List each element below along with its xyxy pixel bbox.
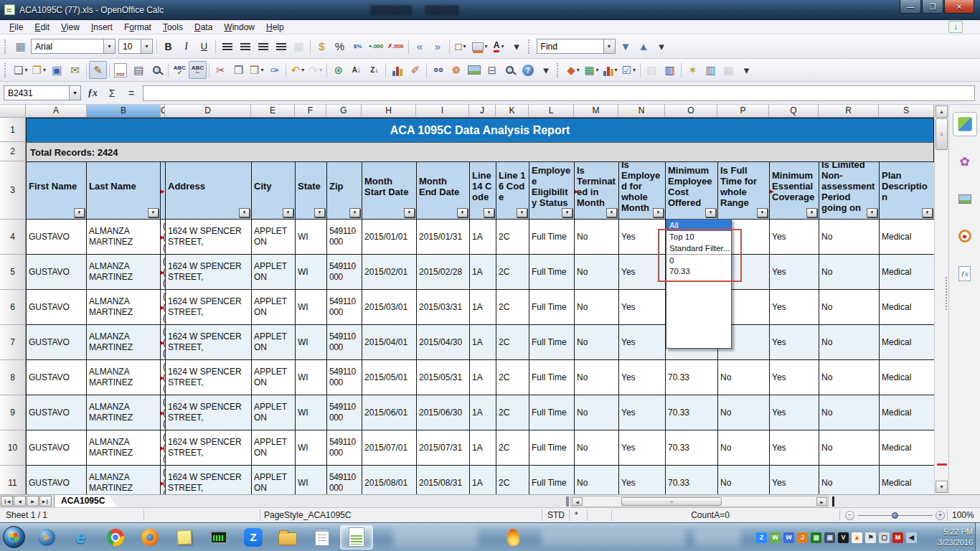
find-input[interactable]: Find▼ [537,39,616,54]
cell-I7[interactable]: 2015/04/30 [417,325,470,360]
cell-C11[interactable]: ( ( (▶ [161,466,166,494]
field-header-is-full-time-for-whole-range[interactable]: Is Full Time for whole Range▼ [718,161,770,220]
background-color-icon[interactable]: ▾ [470,37,490,55]
cell-A6[interactable]: GUSTAVO [26,290,87,325]
row-header-3[interactable]: 3 [0,161,26,220]
cell-E5[interactable]: APPLETON [252,255,296,290]
autofilter-button-E[interactable]: ▼ [283,208,293,217]
cell-B11[interactable]: ALMANZA MARTINEZ [87,466,161,494]
scroll-left-icon[interactable]: ◀ [572,497,583,506]
column-header-P[interactable]: P [717,105,769,118]
find-replace-icon[interactable]: ⊙⊙ [429,61,447,79]
autofilter-button-Q[interactable]: ▼ [806,208,817,217]
cell-N8[interactable]: Yes [619,360,666,395]
cell-N10[interactable]: Yes [619,430,666,466]
cell-B6[interactable]: ALMANZA MARTINEZ [87,290,161,325]
hyperlink-icon[interactable]: ⊛ [329,61,347,79]
cell-D6[interactable]: 1624 W SPENCER STREET, [166,290,252,325]
cell-R4[interactable]: No [819,220,880,255]
field-header-first-name[interactable]: First Name▼ [26,161,87,220]
insert-cells-icon[interactable]: ▦▾ [582,61,600,79]
form-controls-icon[interactable]: ☑▾ [620,61,638,79]
sticky-notes-icon-button[interactable] [168,525,201,550]
cell-C8[interactable]: ( ( (▶ [161,360,166,395]
autofilter-button-K[interactable]: ▼ [517,208,527,217]
cell-J8[interactable]: 1A [470,360,496,395]
field-header-month-end-date[interactable]: Month End Date▼ [417,161,470,220]
webroot-icon[interactable]: W [770,532,781,543]
cell-P10[interactable]: No [718,430,770,466]
sum-icon[interactable]: Σ [104,85,120,101]
cell-F10[interactable]: WI [296,430,327,466]
close-button[interactable]: ✕ [944,0,974,14]
cell-E7[interactable]: APPLETON [252,325,296,360]
copy-icon[interactable]: ❐ [230,61,248,79]
virtualbox-icon[interactable]: V [838,532,849,543]
cell-A7[interactable]: GUSTAVO [26,325,87,360]
cell-O9[interactable]: 70.33 [666,395,718,430]
align-justify-icon[interactable] [272,37,290,55]
cell-S10[interactable]: Medical [880,430,935,466]
standard-format-icon[interactable]: $% [349,37,367,55]
scroll-down-icon[interactable]: ▼ [936,481,948,493]
taskbar-clock[interactable]: 5:22 PM 3/23/2016 [938,527,973,548]
export-pdf-icon[interactable]: PDF [112,61,130,79]
cell-H7[interactable]: 2015/04/01 [362,325,417,360]
safety-flag-icon[interactable]: ⚑ [865,532,876,543]
cell-R9[interactable]: No [819,395,880,430]
menu-item-view[interactable]: View [55,21,85,34]
underline-icon[interactable]: U [195,37,213,55]
cell-K9[interactable]: 2C [496,395,529,430]
chevron-down-icon[interactable]: ▼ [69,86,80,100]
increase-indent-icon[interactable]: » [429,37,447,55]
column-header-N[interactable]: N [618,105,665,118]
cell-H9[interactable]: 2015/06/01 [362,395,417,430]
cell-P11[interactable]: No [718,466,770,494]
file-explorer-icon-button[interactable] [271,525,304,550]
cell-Q7[interactable]: Yes [770,325,819,360]
autofilter-button-F[interactable]: ▼ [314,208,325,217]
autopilot-icon[interactable]: ✶ [684,61,702,79]
cell-F9[interactable]: WI [296,395,327,430]
row-header-11[interactable]: 11 [0,466,26,494]
cell-R11[interactable]: No [819,466,880,494]
flame-app-icon-button[interactable] [496,525,529,550]
cell-K6[interactable]: 2C [496,290,529,325]
row-header-9[interactable]: 9 [0,395,26,430]
autofilter-button-O[interactable]: ▼ [705,208,716,217]
column-header-S[interactable]: S [879,105,934,118]
column-header-B[interactable]: B [87,105,161,118]
toolbar-grip[interactable] [528,39,533,54]
field-header-is-limited-non-assessment-period[interactable]: Is Limited Non-assessment Period going o… [819,161,880,220]
styles-icon[interactable]: ✿ [953,149,977,174]
last-sheet-icon[interactable]: ▶❙ [39,496,52,507]
cell-R10[interactable]: No [819,430,880,466]
cell-L10[interactable]: Full Time [529,430,575,466]
field-header-minimum-essential-coverage[interactable]: Minimum Essential Coverage▶▼ [770,161,819,220]
field-header-city[interactable]: City▼ [252,161,296,220]
total-records-cell[interactable]: Total Records: 2424 [26,142,934,161]
insert-chart-icon[interactable] [388,61,406,79]
cell-F7[interactable]: WI [296,325,327,360]
column-header-A[interactable]: A [26,105,87,118]
sort-descending-icon[interactable]: Z↓ [365,61,383,79]
cell-I5[interactable]: 2015/02/28 [417,255,470,290]
autospellcheck-icon[interactable]: ABC~ [189,61,207,79]
cell-K8[interactable]: 2C [496,360,529,395]
show-draw-functions-icon[interactable]: ✐ [406,61,424,79]
cell-P9[interactable]: No [718,395,770,430]
chevron-down-icon[interactable]: ▼ [103,39,115,53]
chevron-down-icon[interactable]: ▼ [603,39,615,53]
cell-I4[interactable]: 2015/01/31 [417,220,470,255]
align-right-icon[interactable] [254,37,272,55]
menu-item-window[interactable]: Window [218,21,260,34]
cell-E9[interactable]: APPLETON [252,395,296,430]
column-header-K[interactable]: K [496,105,529,118]
page-preview-icon[interactable] [148,61,166,79]
paste-icon[interactable]: ❒▾ [248,61,265,79]
cell-R7[interactable]: No [819,325,880,360]
cell-B4[interactable]: ALMANZA MARTINEZ [87,220,161,255]
openoffice-calc-icon-button[interactable] [340,525,373,550]
row-header-10[interactable]: 10 [0,430,26,466]
bold-icon[interactable]: B [159,37,177,55]
